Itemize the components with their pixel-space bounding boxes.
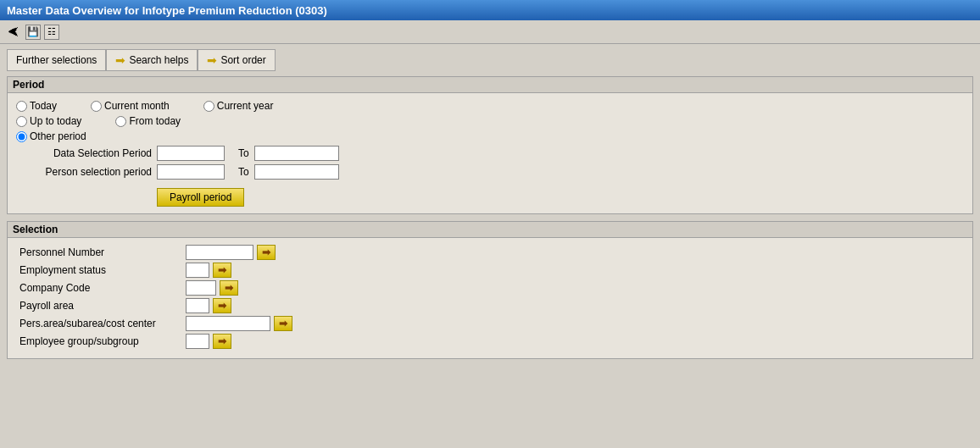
personnel-number-nav-btn[interactable]: ➡ xyxy=(257,245,276,260)
company-code-label: Company Code xyxy=(16,282,186,294)
radio-other-period[interactable]: Other period xyxy=(16,130,86,142)
company-code-row: Company Code ➡ xyxy=(16,280,964,296)
data-selection-period-label: Data Selection Period xyxy=(16,147,152,159)
employment-status-row: Employment status ➡ xyxy=(16,263,964,278)
company-code-nav-btn[interactable]: ➡ xyxy=(220,280,238,296)
to-label-2: To xyxy=(238,166,249,178)
payroll-area-nav-btn[interactable]: ➡ xyxy=(213,298,231,313)
period-section-header: Period xyxy=(8,77,972,93)
tab-arrow-icon-2: ➡ xyxy=(207,53,217,67)
payroll-period-button[interactable]: Payroll period xyxy=(157,188,244,207)
search-helps-label: Search helps xyxy=(129,54,188,66)
further-selections-label: Further selections xyxy=(16,54,97,66)
company-code-input[interactable] xyxy=(186,280,216,296)
person-selection-period-to[interactable] xyxy=(254,164,339,180)
personnel-number-label: Personnel Number xyxy=(16,246,186,258)
employment-status-input[interactable] xyxy=(186,263,209,278)
employment-status-label: Employment status xyxy=(16,264,186,276)
employee-group-input[interactable] xyxy=(186,334,209,349)
payroll-area-row: Payroll area ➡ xyxy=(16,298,964,313)
save-icon[interactable]: 💾 xyxy=(25,25,41,40)
pers-area-nav-btn[interactable]: ➡ xyxy=(274,316,292,331)
title-text: Master Data Overview for Infotype Premiu… xyxy=(7,4,327,17)
employee-group-label: Employee group/subgroup xyxy=(16,335,186,347)
back-icon[interactable]: ⮜ xyxy=(5,24,22,41)
data-selection-period-to[interactable] xyxy=(254,146,339,161)
person-selection-period-label: Person selection period xyxy=(16,166,152,178)
tab-arrow-icon-1: ➡ xyxy=(115,53,125,67)
pers-area-input[interactable] xyxy=(186,316,270,331)
pers-area-label: Pers.area/subarea/cost center xyxy=(16,318,186,329)
period-radio-row-1: Today Current month Current year xyxy=(16,100,964,112)
tab-further-selections[interactable]: Further selections xyxy=(7,49,106,71)
sort-order-label: Sort order xyxy=(220,54,265,66)
payroll-area-label: Payroll area xyxy=(16,300,186,312)
radio-current-month[interactable]: Current month xyxy=(91,100,170,112)
personnel-number-input[interactable] xyxy=(186,245,253,260)
employee-group-nav-btn[interactable]: ➡ xyxy=(213,334,231,349)
toolbar: ⮜ 💾 ☷ xyxy=(0,20,980,44)
tab-sort-order[interactable]: ➡ Sort order xyxy=(198,49,275,71)
selection-section: Selection Personnel Number ➡ Employment … xyxy=(7,221,973,359)
other-icon[interactable]: ☷ xyxy=(44,25,59,40)
period-radio-row-3: Other period xyxy=(16,130,964,142)
person-selection-period-row: Person selection period To xyxy=(16,164,964,180)
person-selection-period-from[interactable] xyxy=(157,164,225,180)
employment-status-nav-btn[interactable]: ➡ xyxy=(213,263,231,278)
period-section: Period Today Current month Current yea xyxy=(7,76,973,214)
data-selection-period-row: Data Selection Period To xyxy=(16,146,964,161)
employee-group-row: Employee group/subgroup ➡ xyxy=(16,334,964,349)
radio-from-today[interactable]: From today xyxy=(115,115,181,127)
period-radio-row-2: Up to today From today xyxy=(16,115,964,127)
pers-area-row: Pers.area/subarea/cost center ➡ xyxy=(16,316,964,331)
radio-up-to-today[interactable]: Up to today xyxy=(16,115,81,127)
personnel-number-row: Personnel Number ➡ xyxy=(16,245,964,260)
tab-bar: Further selections ➡ Search helps ➡ Sort… xyxy=(7,49,973,71)
radio-current-year[interactable]: Current year xyxy=(203,100,274,112)
tab-search-helps[interactable]: ➡ Search helps xyxy=(106,49,198,71)
selection-section-header: Selection xyxy=(8,222,972,238)
title-bar: Master Data Overview for Infotype Premiu… xyxy=(0,0,980,20)
radio-today[interactable]: Today xyxy=(16,100,57,112)
payroll-area-input[interactable] xyxy=(186,298,209,313)
data-selection-period-from[interactable] xyxy=(157,146,225,161)
to-label-1: To xyxy=(238,147,249,159)
